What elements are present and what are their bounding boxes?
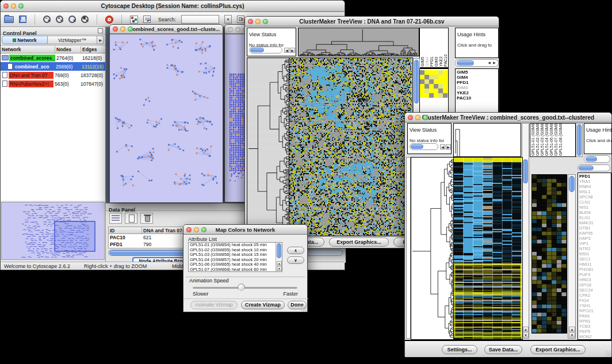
treeview1-titlebar[interactable]: ClusterMaker TreeView : DNA and Tran 07-… (245, 17, 499, 26)
tv1-heatmap[interactable] (289, 58, 413, 236)
tv1-status-hscrollbar[interactable] (249, 47, 282, 53)
matrix-cell[interactable] (434, 75, 438, 79)
move-down-button[interactable]: ∨ (287, 256, 304, 264)
gene-list[interactable]: PFD1YRA1RNR4MSL1SPC98CLN1NIS1BUD4ELG1MAK… (577, 173, 611, 340)
tv1-row-dendrogram[interactable] (247, 58, 289, 236)
data-col-id[interactable]: ID (109, 227, 142, 234)
matrix-cell[interactable] (434, 70, 438, 75)
tv2-row-dendrogram[interactable] (411, 157, 454, 340)
matrix-cell[interactable] (438, 75, 443, 79)
create-vizmap-button[interactable]: Create Vizmap (241, 301, 285, 309)
attribute-list[interactable]: GPL51-01 (GSM854) heat shock 05 min GPL5… (188, 242, 282, 272)
zoom-out-icon[interactable]: − (43, 16, 51, 23)
scroll-thumb[interactable] (411, 144, 423, 149)
matrix-cell[interactable] (424, 75, 429, 79)
matrix-cell[interactable] (438, 89, 443, 93)
new-attribute-icon[interactable] (125, 213, 137, 224)
attribute-list-vscrollbar[interactable]: ▲ ▼ (276, 243, 282, 271)
scroll-up-icon[interactable]: ▲ (277, 261, 282, 266)
scroll-down-icon[interactable]: ▼ (277, 266, 282, 271)
scroll-left-icon[interactable]: ◀ (284, 48, 289, 53)
matrix-cell[interactable] (420, 89, 424, 93)
zoom-window-icon[interactable] (201, 227, 206, 232)
zoom-window-icon[interactable] (423, 115, 428, 120)
treeview2-titlebar[interactable]: ClusterMaker TreeView : combined_scores_… (405, 113, 611, 122)
close-icon[interactable] (186, 227, 192, 232)
matrix-cell[interactable] (420, 79, 424, 84)
matrix-cell[interactable] (438, 70, 443, 75)
tv2-labels-vscrollbar[interactable] (576, 123, 583, 157)
matrix-cell[interactable] (438, 93, 443, 98)
resize-grip[interactable] (605, 351, 611, 357)
matrix-cell[interactable] (420, 93, 424, 98)
scroll-thumb[interactable] (577, 124, 582, 156)
scroll-left-icon[interactable]: ◀ (487, 60, 492, 66)
tv1-column-dendrogram[interactable] (298, 28, 419, 56)
matrix-cell[interactable] (434, 79, 438, 84)
tv2-settings-button[interactable]: Settings... (442, 345, 477, 354)
window-controls[interactable] (3, 3, 24, 9)
tv1-hints-hscrollbar[interactable]: ◀▶ (455, 59, 499, 67)
scroll-thumb[interactable] (586, 156, 597, 162)
tv1-export-graphics-button[interactable]: Export Graphics... (329, 237, 389, 247)
float-panel-icon[interactable] (98, 28, 103, 33)
close-icon[interactable] (248, 19, 253, 24)
matrix-cell[interactable] (434, 93, 438, 98)
matrix-cell[interactable] (443, 93, 447, 98)
network-row[interactable]: combined_sco 2569(6) 13112(15) (1, 62, 105, 71)
col-network[interactable]: Network (1, 46, 55, 53)
tv2-detail-heatmap[interactable] (531, 174, 567, 334)
matrix-cell[interactable] (443, 84, 447, 89)
matrix-cell[interactable] (443, 89, 447, 93)
search-config-icon[interactable] (237, 16, 244, 23)
minimize-icon[interactable] (415, 115, 420, 120)
minimize-icon[interactable] (120, 26, 125, 32)
zoom-window-icon[interactable] (18, 3, 24, 9)
matrix-cell[interactable] (429, 70, 434, 75)
tab-vizmapper[interactable]: VizMapper™ (48, 36, 97, 44)
scroll-thumb[interactable] (569, 176, 575, 192)
zoom-in-icon[interactable]: + (56, 16, 63, 23)
speed-slider-thumb[interactable] (238, 283, 245, 291)
matrix-cell[interactable] (424, 70, 429, 75)
similarity-matrix[interactable] (420, 70, 448, 98)
scroll-down-icon[interactable]: ▼ (523, 332, 529, 338)
matrix-cell[interactable] (438, 84, 443, 89)
matrix-cell[interactable] (443, 75, 447, 79)
network-row[interactable]: combined_scores_ 2764(0) 16218(0) (1, 53, 105, 62)
scroll-thumb[interactable] (250, 48, 264, 52)
matrix-cell[interactable] (420, 84, 424, 89)
scroll-down-icon[interactable]: ▼ (569, 332, 575, 338)
matrix-cell[interactable] (429, 89, 434, 93)
move-up-button[interactable]: ∧ (287, 247, 304, 254)
delete-attribute-icon[interactable] (140, 213, 153, 224)
tv2-status-hscrollbar[interactable] (410, 143, 438, 150)
annotation-icon[interactable] (143, 16, 151, 23)
minimize-icon[interactable] (11, 3, 16, 9)
scroll-left-icon[interactable]: ◀ (440, 144, 445, 150)
network-overview-canvas[interactable] (2, 202, 104, 259)
tv2-hints-hscrollbar[interactable] (584, 155, 610, 163)
tv2-heatmap[interactable] (454, 157, 523, 340)
scroll-up-icon[interactable]: ▲ (569, 327, 575, 332)
network-row[interactable]: DNA and Tran 07 769(0) 183728(0) (1, 71, 105, 79)
scroll-thumb[interactable] (414, 60, 419, 104)
save-icon[interactable] (19, 16, 26, 23)
tv2-detail-vscrollbar[interactable]: ▲ ▼ (568, 174, 576, 339)
vizmapper-icon[interactable] (130, 16, 138, 24)
zoom-selected-icon[interactable]: ▣ (81, 16, 89, 23)
open-file-icon[interactable] (4, 16, 14, 23)
search-dropdown-icon[interactable]: ▼ (224, 15, 232, 24)
tab-overflow-icon[interactable]: ▶ (97, 36, 104, 44)
dialog-titlebar[interactable]: Map Colors to Network (183, 225, 307, 235)
scroll-right-icon[interactable]: ▶ (446, 144, 451, 150)
matrix-cell[interactable] (443, 79, 447, 84)
matrix-cell[interactable] (434, 84, 438, 89)
matrix-cell[interactable] (434, 89, 438, 93)
minimize-icon[interactable] (194, 227, 199, 232)
tv2-export-graphics-button[interactable]: Export Graphics... (530, 345, 586, 354)
main-titlebar[interactable]: Cytoscape Desktop (Session Name: collins… (1, 1, 345, 12)
tv2-save-data-button[interactable]: Save Data... (484, 345, 522, 354)
zoom-fit-icon[interactable] (68, 16, 76, 23)
network-view-canvas[interactable] (110, 35, 223, 202)
